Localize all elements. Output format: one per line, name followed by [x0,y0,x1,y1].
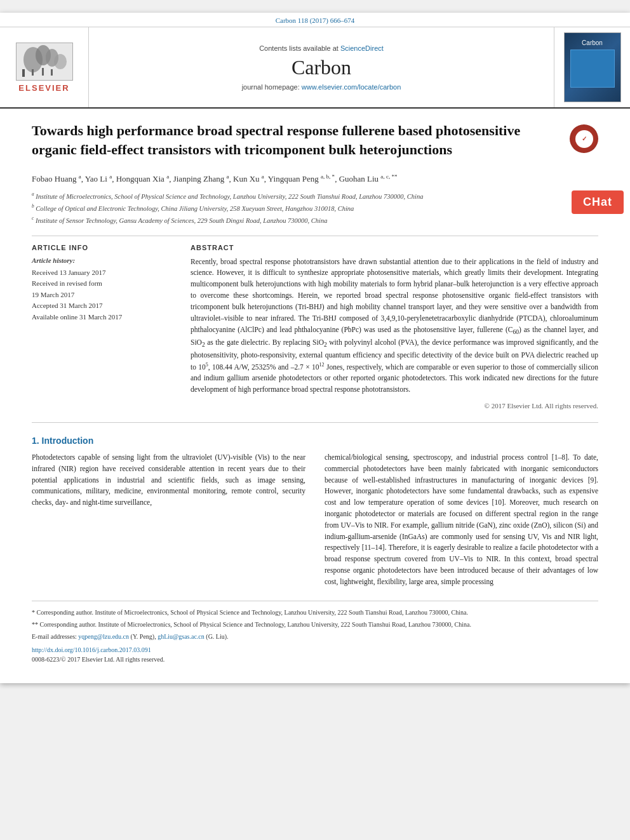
footnote-2: ** Corresponding author. Institute of Mi… [32,620,598,629]
crossmark-label: CrossMark [573,154,595,159]
citation-text: Carbon 118 (2017) 666–674 [276,17,355,24]
svg-point-4 [54,54,67,69]
journal-title-section: Contents lists available at ScienceDirec… [89,27,554,107]
svg-rect-5 [32,69,34,76]
intro-right-column: chemical/biological sensing, spectroscop… [325,452,598,588]
issn-line: 0008-6223/© 2017 Elsevier Ltd. All right… [32,655,598,664]
abstract-header: ABSTRACT [191,244,598,251]
email-peng[interactable]: yqpeng@lzu.edu.cn [78,633,129,640]
crossmark-badge: ✓ [570,124,598,153]
elsevier-tree-icon [16,43,73,81]
affil-c: c Institute of Sensor Technology, Gansu … [32,215,598,225]
received-revised-label: Received in revised form [32,278,171,290]
abstract-column: ABSTRACT Recently, broad spectral respon… [191,244,598,410]
article-info-column: ARTICLE INFO Article history: Received 1… [32,244,171,410]
footnotes-section: * Corresponding author. Institute of Mic… [32,601,598,664]
email-liu[interactable]: ghLiu@gsas.ac.cn [158,633,204,640]
received-revised-date: 19 March 2017 [32,290,171,301]
article-history-title: Article history: [32,257,171,264]
journal-name: Carbon [102,56,541,79]
doi-line[interactable]: http://dx.doi.org/10.1016/j.carbon.2017.… [32,645,598,655]
svg-rect-6 [42,68,44,76]
crossmark-icon: ✓ [575,130,593,148]
homepage-url[interactable]: www.elsevier.com/locate/carbon [302,83,401,91]
elsevier-logo-section: ELSEVIER [0,27,89,107]
journal-cover-section: Carbon [554,27,630,107]
article-info-header: ARTICLE INFO [32,244,171,251]
accepted-date: Accepted 31 March 2017 [32,300,171,312]
svg-rect-7 [51,69,53,76]
svg-rect-0 [22,69,25,77]
journal-citation-bar: Carbon 118 (2017) 666–674 [0,13,630,27]
intro-left-text: Photodetectors capable of sensing light … [32,452,305,509]
intro-right-text: chemical/biological sensing, spectroscop… [325,452,598,588]
elsevier-logo: ELSEVIER [16,43,73,93]
intro-left-column: Photodetectors capable of sensing light … [32,452,305,588]
divider-1 [32,236,598,236]
chat-button[interactable]: CHat [572,190,624,214]
introduction-section: 1. Introduction Photodetectors capable o… [32,436,598,588]
article-title: Towards high performance broad spectral … [32,121,570,159]
journal-homepage: journal homepage: www.elsevier.com/locat… [102,83,541,91]
title-section: Towards high performance broad spectral … [32,121,598,165]
article-content: Towards high performance broad spectral … [0,109,630,683]
received-date: Received 13 January 2017 [32,267,171,279]
sciencedirect-link[interactable]: ScienceDirect [340,44,384,52]
cover-title: Carbon [582,39,603,46]
abstract-text: Recently, broad spectral response photot… [191,257,598,396]
footnote-1: * Corresponding author. Institute of Mic… [32,608,598,617]
carbon-journal-cover: Carbon [564,32,621,102]
elsevier-brand-text: ELSEVIER [18,83,69,93]
copyright-text: © 2017 Elsevier Ltd. All rights reserved… [191,402,598,410]
section-1-title: 1. Introduction [32,436,598,446]
crossmark-container: ✓ CrossMark [570,121,598,159]
affil-b: b College of Optical and Electronic Tech… [32,203,598,213]
journal-header: ELSEVIER Contents lists available at Sci… [0,27,630,109]
authors-line: Fobao Huang a, Yao Li a, Hongquan Xia a,… [32,173,598,185]
available-online-date: Available online 31 March 2017 [32,312,171,323]
contents-available-text: Contents lists available at ScienceDirec… [102,44,541,52]
info-abstract-section: ARTICLE INFO Article history: Received 1… [32,244,598,410]
introduction-body: Photodetectors capable of sensing light … [32,452,598,588]
divider-2 [32,422,598,423]
affil-a: a Institute of Microelectronics, School … [32,190,598,201]
footnote-3: E-mail addresses: yqpeng@lzu.edu.cn (Y. … [32,632,598,641]
affiliations: a Institute of Microelectronics, School … [32,190,598,226]
academic-paper-page: Carbon 118 (2017) 666–674 [0,13,630,683]
cover-image [570,50,615,88]
